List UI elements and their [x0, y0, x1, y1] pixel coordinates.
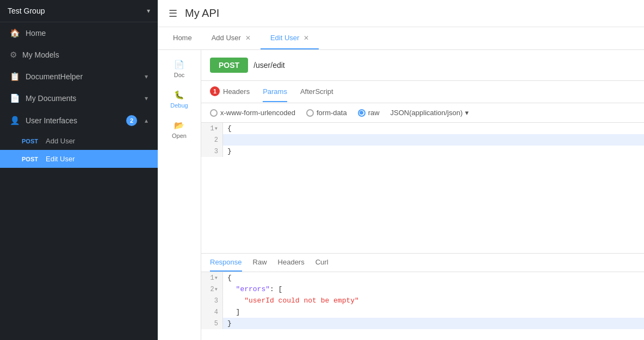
panel-debug[interactable]: 🐛 Debug	[158, 85, 201, 114]
sidebar-item-label: My Models	[22, 51, 148, 59]
sidebar: Test Group ▾ 🏠 Home ⚙ My Models 📋 Docume…	[0, 0, 158, 340]
open-icon: 📂	[174, 121, 184, 130]
line-number: 2▾	[201, 284, 223, 295]
response-section: Response Raw Headers Curl 1▾ {	[201, 253, 644, 340]
line-number: 4	[201, 306, 223, 318]
user-interfaces-badge: 2	[126, 115, 137, 126]
response-tab-label: Raw	[253, 258, 267, 266]
response-tab-label: Headers	[278, 258, 305, 266]
code-line: 2	[201, 134, 644, 146]
method-badge: POST	[22, 138, 41, 144]
api-title: My API	[185, 7, 219, 20]
sub-tab-afterscript[interactable]: AfterScript	[300, 82, 333, 102]
chevron-down-icon: ▾	[145, 95, 148, 102]
json-type-selector[interactable]: JSON(application/json) ▾	[391, 109, 469, 117]
sidebar-item-my-documents[interactable]: 📄 My Documents ▾	[0, 87, 158, 109]
line-content: "errors": [	[223, 284, 644, 295]
line-content: "userId could not be empty"	[223, 295, 644, 306]
line-number: 5	[201, 318, 223, 329]
line-number: 3	[201, 295, 223, 306]
line-content: {	[223, 272, 644, 284]
line-number: 1▾	[201, 123, 223, 134]
home-icon: 🏠	[10, 28, 20, 38]
request-sub-tabs: 1 Headers Params AfterScript	[201, 81, 644, 103]
line-content: {	[223, 123, 644, 134]
response-tab-headers[interactable]: Headers	[278, 254, 305, 272]
radio-label: form-data	[317, 109, 347, 117]
tab-label: Add User	[212, 34, 241, 42]
headers-error-badge: 1	[210, 86, 220, 96]
sidebar-item-my-models[interactable]: ⚙ My Models	[0, 44, 158, 66]
sub-tab-headers[interactable]: 1 Headers	[210, 81, 250, 103]
sub-item-label: Edit User	[46, 155, 75, 163]
close-icon[interactable]: ✕	[304, 35, 309, 41]
group-selector[interactable]: Test Group ▾	[0, 0, 158, 22]
response-line: 3 "userId could not be empty"	[201, 295, 644, 306]
tab-edit-user[interactable]: Edit User ✕	[261, 27, 319, 49]
content-area: 📄 Doc 🐛 Debug 📂 Open POST 1	[158, 50, 644, 340]
sidebar-item-home[interactable]: 🏠 Home	[0, 22, 158, 44]
line-content: }	[223, 318, 644, 329]
url-bar: POST	[201, 50, 644, 81]
sidebar-item-label: DocumentHelper	[26, 72, 137, 81]
response-tab-curl[interactable]: Curl	[315, 254, 329, 272]
radio-urlencoded[interactable]: x-www-form-urlencoded	[210, 109, 295, 117]
response-line: 1▾ {	[201, 272, 644, 284]
line-content[interactable]	[223, 134, 644, 146]
dochelper-icon: 📋	[10, 72, 20, 81]
chevron-down-icon: ▾	[145, 73, 148, 80]
sidebar-item-document-helper[interactable]: 📋 DocumentHelper ▾	[0, 66, 158, 87]
hamburger-icon[interactable]: ☰	[169, 8, 177, 20]
panel-open[interactable]: 📂 Open	[158, 115, 201, 144]
body-type-row: x-www-form-urlencoded form-data raw JSON…	[201, 103, 644, 123]
sidebar-sub-add-user[interactable]: POST Add User	[0, 132, 158, 150]
tab-label: Home	[173, 34, 192, 42]
sub-tab-label: AfterScript	[300, 87, 333, 96]
documents-icon: 📄	[10, 93, 20, 103]
tab-bar: Home Add User ✕ Edit User ✕	[158, 27, 644, 50]
panel-doc[interactable]: 📄 Doc	[158, 54, 201, 84]
response-tab-raw[interactable]: Raw	[253, 254, 267, 272]
line-content: ]	[223, 306, 644, 318]
sidebar-item-label: My Documents	[26, 94, 137, 103]
line-content: }	[223, 146, 644, 157]
radio-raw[interactable]: raw	[358, 109, 380, 117]
user-interfaces-icon: 👤	[10, 116, 20, 125]
response-code: 1▾ { 2▾ "errors": [ 3 "userId could not …	[201, 272, 644, 340]
close-icon[interactable]: ✕	[245, 35, 251, 41]
sub-tab-params[interactable]: Params	[263, 82, 287, 102]
sidebar-sub-edit-user[interactable]: POST Edit User	[0, 150, 158, 168]
panel-label: Debug	[170, 102, 188, 109]
radio-circle-raw	[358, 109, 366, 117]
tab-label: Edit User	[270, 34, 299, 42]
response-line: 5 }	[201, 318, 644, 329]
response-line: 4 ]	[201, 306, 644, 318]
radio-label: raw	[368, 109, 380, 117]
url-input[interactable]	[253, 61, 635, 70]
group-name: Test Group	[8, 7, 45, 15]
chevron-up-icon: ▴	[145, 117, 148, 124]
json-type-label: JSON(application/json)	[391, 109, 463, 117]
response-tab-label: Curl	[315, 258, 329, 266]
sidebar-item-label: User Interfaces	[26, 116, 121, 125]
radio-circle-urlencoded	[210, 109, 218, 117]
tab-home[interactable]: Home	[163, 27, 202, 49]
tab-add-user[interactable]: Add User ✕	[202, 27, 261, 49]
response-tab-response[interactable]: Response	[210, 254, 242, 272]
top-header: ☰ My API	[158, 0, 644, 27]
radio-form-data[interactable]: form-data	[306, 109, 347, 117]
sidebar-item-user-interfaces[interactable]: 👤 User Interfaces 2 ▴	[0, 109, 158, 132]
models-icon: ⚙	[10, 50, 17, 60]
left-panel: 📄 Doc 🐛 Debug 📂 Open	[158, 50, 201, 340]
main-area: ☰ My API Home Add User ✕ Edit User ✕ 📄 D…	[158, 0, 644, 340]
code-line: 1▾ {	[201, 123, 644, 134]
response-line: 2▾ "errors": [	[201, 284, 644, 295]
line-number: 3	[201, 146, 223, 157]
sub-item-label: Add User	[46, 137, 75, 145]
response-tab-label: Response	[210, 258, 242, 266]
line-number: 2	[201, 134, 223, 146]
code-editor[interactable]: 1▾ { 2 3 }	[201, 123, 644, 253]
post-method-button[interactable]: POST	[210, 58, 248, 73]
sub-tab-label: Params	[263, 87, 287, 96]
code-line: 3 }	[201, 146, 644, 157]
